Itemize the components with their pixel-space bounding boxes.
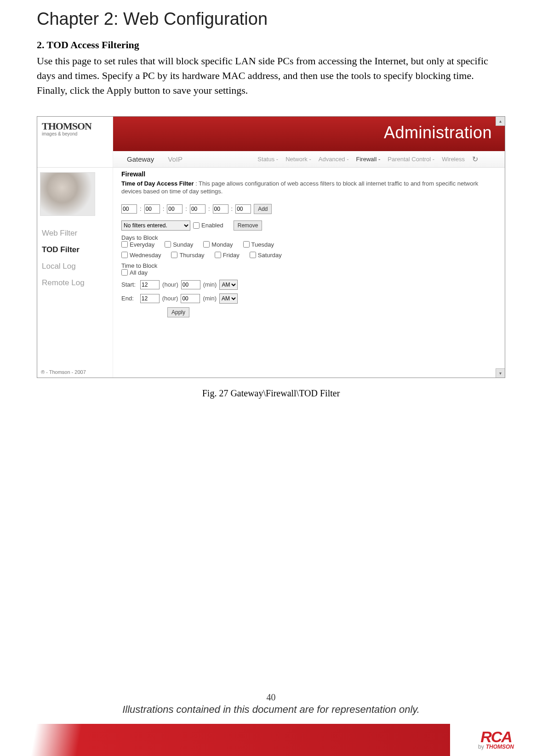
end-label: End: [121, 295, 134, 302]
tab-gateway[interactable]: Gateway [127, 155, 154, 163]
tab-voip[interactable]: VoIP [168, 155, 183, 163]
brand-logo: THOMSON images & beyond [37, 117, 113, 151]
sidebar-item-tod-filter[interactable]: TOD Filter [37, 242, 113, 258]
end-ampm-select[interactable]: AM [219, 293, 238, 304]
sidebar-footer: ® - Thomson - 2007 [41, 369, 86, 375]
hour-unit: (hour) [162, 281, 178, 288]
header-title: Administration [113, 117, 505, 151]
mac-address-row: : : : : : Add [121, 204, 496, 214]
enabled-label: Enabled [201, 222, 223, 229]
panel-title: Firewall [121, 170, 496, 178]
day-sunday[interactable]: Sunday [165, 241, 193, 248]
subtab-wireless[interactable]: Wireless [442, 156, 465, 163]
day-everyday[interactable]: Everyday [121, 241, 154, 248]
end-hour-input[interactable] [140, 294, 160, 303]
mac-field-1[interactable] [121, 204, 137, 214]
sidebar-item-local-log[interactable]: Local Log [37, 258, 113, 275]
panel-description: Time of Day Access Filter : This page al… [121, 180, 496, 196]
days-row-2: Wednesday Thursday Friday Saturday [121, 252, 496, 259]
filter-select[interactable]: No filters entered. [121, 220, 190, 231]
start-hour-input[interactable] [140, 280, 160, 289]
page-number: 40 [0, 692, 542, 703]
end-min-input[interactable] [181, 294, 200, 303]
day-saturday[interactable]: Saturday [250, 252, 282, 259]
hour-unit-2: (hour) [162, 295, 178, 302]
footer-logo: RCA byTHOMSON [450, 724, 542, 756]
tabs-row: Gateway VoIP Status - Network - Advanced… [37, 151, 505, 168]
time-to-block-label: Time to Block [121, 262, 495, 269]
all-day-checkbox[interactable]: All day [121, 269, 148, 276]
add-button[interactable]: Add [254, 204, 272, 214]
start-time-row: Start: (hour) (min) AM [121, 280, 496, 290]
remove-button[interactable]: Remove [234, 220, 262, 231]
end-time-row: End: (hour) (min) AM [121, 293, 496, 304]
day-wednesday[interactable]: Wednesday [121, 252, 161, 259]
footer-red-band [0, 724, 450, 756]
subtab-status[interactable]: Status - [257, 156, 278, 163]
start-ampm-select[interactable]: AM [219, 280, 238, 290]
thomson-text: THOMSON [486, 744, 514, 750]
sidebar-item-web-filter[interactable]: Web Filter [37, 225, 113, 242]
mac-field-5[interactable] [213, 204, 228, 214]
sidebar-image [40, 172, 95, 216]
subtab-parental[interactable]: Parental Control - [388, 156, 434, 163]
section-body: Use this page to set rules that will blo… [37, 54, 505, 98]
sidebar-item-remote-log[interactable]: Remote Log [37, 275, 113, 291]
filter-row: No filters entered. Enabled Remove [121, 220, 496, 231]
apply-button[interactable]: Apply [167, 307, 189, 317]
scrollbar-up-icon[interactable]: ▴ [496, 117, 505, 126]
screenshot-panel: ▴ ▾ THOMSON images & beyond Administrati… [37, 116, 505, 378]
section-title: 2. TOD Access Filtering [37, 39, 505, 51]
day-friday[interactable]: Friday [215, 252, 240, 259]
subtab-advanced[interactable]: Advanced - [319, 156, 349, 163]
rca-logo-text: RCA [480, 730, 512, 744]
refresh-icon[interactable]: ↻ [472, 155, 478, 164]
scrollbar-down-icon[interactable]: ▾ [496, 368, 505, 378]
content-panel: Firewall Time of Day Access Filter : Thi… [113, 168, 505, 378]
screenshot-header: THOMSON images & beyond Administration [37, 117, 505, 151]
day-tuesday[interactable]: Tuesday [243, 241, 274, 248]
start-min-input[interactable] [181, 280, 200, 289]
enabled-checkbox[interactable]: Enabled [193, 222, 223, 229]
day-thursday[interactable]: Thursday [171, 252, 204, 259]
min-unit: (min) [203, 281, 217, 288]
subtab-firewall[interactable]: Firewall - [356, 156, 381, 163]
mac-field-2[interactable] [144, 204, 160, 214]
panel-desc-label: Time of Day Access Filter [121, 180, 194, 187]
day-monday[interactable]: Monday [203, 241, 233, 248]
figure-caption: Fig. 27 Gateway\Firewall\TOD Filter [37, 388, 505, 399]
mac-field-3[interactable] [167, 204, 183, 214]
min-unit-2: (min) [203, 295, 217, 302]
mac-field-4[interactable] [190, 204, 205, 214]
enabled-checkbox-input[interactable] [193, 222, 200, 229]
footer-note: Illustrations contained in this document… [122, 704, 420, 715]
days-to-block-label: Days to Block [121, 234, 495, 241]
subtab-network[interactable]: Network - [285, 156, 311, 163]
start-label: Start: [121, 281, 136, 288]
sidebar: Web Filter TOD Filter Local Log Remote L… [37, 168, 113, 378]
days-row-1: Everyday Sunday Monday Tuesday [121, 241, 496, 248]
by-text: by [478, 744, 484, 750]
chapter-title: Chapter 2: Web Configuration [37, 9, 505, 29]
brand-logo-text: THOMSON [42, 120, 108, 132]
mac-field-6[interactable] [235, 204, 251, 214]
page-footer: 40 Illustrations contained in this docum… [0, 692, 542, 756]
brand-tagline: images & beyond [42, 131, 108, 136]
